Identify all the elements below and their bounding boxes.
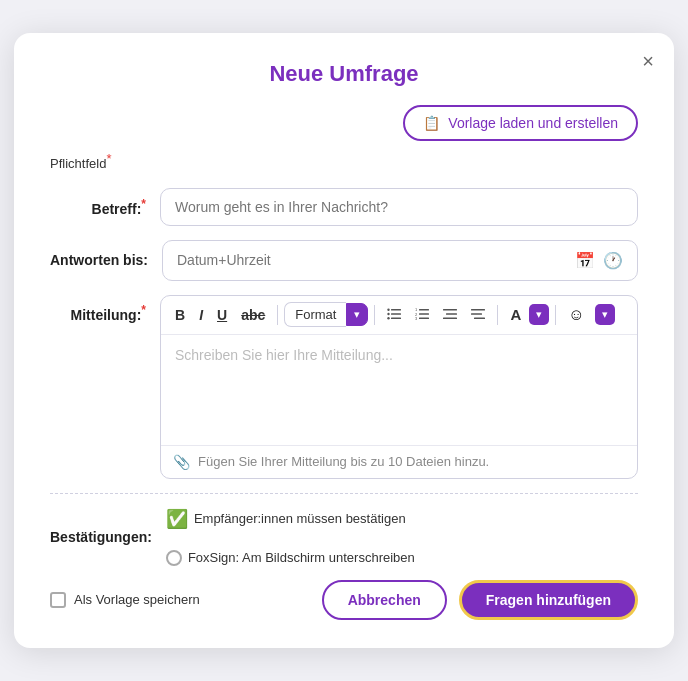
unordered-list-icon [387,308,401,320]
date-input-wrapper: 📅 🕐 [162,240,638,281]
font-color-group: A ▾ [504,302,549,327]
footer-buttons: Abbrechen Fragen hinzufügen [322,580,638,620]
svg-rect-13 [446,313,457,315]
emoji-button[interactable]: ☺ [562,302,590,328]
section-divider [50,493,638,494]
svg-rect-17 [474,318,485,320]
svg-rect-6 [419,309,429,311]
format-dropdown-button[interactable]: ▾ [346,303,368,326]
calendar-icon[interactable]: 📅 [575,251,595,270]
template-icon: 📋 [423,115,440,131]
format-label-button[interactable]: Format [284,302,346,327]
format-group: Format ▾ [284,302,368,327]
ordered-list-icon: 1 2 3 [415,308,429,320]
save-template-row[interactable]: Als Vorlage speichern [50,592,200,608]
confirm-option-1-label: Empfänger:innen müssen bestätigen [194,511,406,526]
dialog-title: Neue Umfrage [50,61,638,87]
italic-button[interactable]: I [193,304,209,326]
font-color-chevron-icon: ▾ [536,308,542,320]
confirm-options: ✅ Empfänger:innen müssen bestätigen FoxS… [166,508,638,566]
confirm-option-2[interactable]: FoxSign: Am Bildschirm unterschreiben [166,550,415,566]
svg-text:3: 3 [415,316,418,321]
svg-point-3 [388,309,390,311]
radio-circle [166,550,182,566]
svg-rect-14 [443,318,457,320]
editor-body[interactable]: Schreiben Sie hier Ihre Mitteilung... [161,335,637,445]
betreff-row: Betreff:* [50,188,638,226]
clock-icon[interactable]: 🕐 [603,251,623,270]
antworten-label: Antworten bis: [50,252,162,268]
svg-rect-12 [443,309,457,311]
template-button-label: Vorlage laden und erstellen [448,115,618,131]
save-template-label: Als Vorlage speichern [74,592,200,607]
editor-footer: 📎 Fügen Sie Ihrer Mitteilung bis zu 10 D… [161,445,637,478]
indent-out-button[interactable] [465,302,491,327]
pflicht-label: Pflichtfeld* [50,151,638,171]
antworten-row: Antworten bis: 📅 🕐 [50,240,638,281]
toolbar-divider-3 [497,305,498,325]
betreff-input[interactable] [160,188,638,226]
dialog: Neue Umfrage × 📋 Vorlage laden und erste… [14,33,674,647]
confirm-option-1[interactable]: ✅ Empfänger:innen müssen bestätigen [166,508,406,530]
font-color-dropdown-button[interactable]: ▾ [529,304,549,325]
more-dropdown-button[interactable]: ▾ [595,304,615,325]
footer-row: Als Vorlage speichern Abbrechen Fragen h… [50,580,638,620]
confirmations-label: Bestätigungen: [50,529,166,545]
svg-rect-1 [391,313,401,315]
date-icons: 📅 🕐 [575,251,623,270]
svg-point-5 [388,317,390,319]
editor-toolbar: B I U abc Format ▾ [161,296,637,335]
confirmations-row: Bestätigungen: ✅ Empfänger:innen müssen … [50,508,638,566]
svg-rect-8 [419,318,429,320]
date-input[interactable] [177,252,575,268]
betreff-label: Betreff:* [50,197,160,217]
strikethrough-button[interactable]: abc [235,304,271,326]
svg-rect-2 [391,318,401,320]
attachment-icon: 📎 [173,454,190,470]
toolbar-divider-4 [555,305,556,325]
ordered-list-button[interactable]: 1 2 3 [409,302,435,327]
underline-button[interactable]: U [211,304,233,326]
more-chevron-icon: ▾ [602,308,608,320]
attach-text: Fügen Sie Ihrer Mitteilung bis zu 10 Dat… [198,454,489,469]
toolbar-divider-1 [277,305,278,325]
svg-rect-7 [419,313,429,315]
close-button[interactable]: × [642,51,654,71]
mitteilung-label: Mitteilung:* [50,295,160,323]
mitteilung-row: Mitteilung:* B I U abc Format ▾ [50,295,638,479]
save-template-checkbox[interactable] [50,592,66,608]
bold-button[interactable]: B [169,304,191,326]
cancel-button[interactable]: Abbrechen [322,580,447,620]
editor-wrapper: B I U abc Format ▾ [160,295,638,479]
indent-in-button[interactable] [437,302,463,327]
check-icon: ✅ [166,508,188,530]
svg-rect-15 [471,309,485,311]
submit-button[interactable]: Fragen hinzufügen [459,580,638,620]
svg-point-4 [388,313,390,315]
indent-in-icon [443,308,457,320]
font-color-button[interactable]: A [504,302,527,327]
confirm-option-2-label: FoxSign: Am Bildschirm unterschreiben [188,550,415,565]
unordered-list-button[interactable] [381,302,407,327]
chevron-down-icon: ▾ [354,308,360,320]
editor-placeholder: Schreiben Sie hier Ihre Mitteilung... [175,347,393,363]
toolbar-divider-2 [374,305,375,325]
svg-rect-0 [391,309,401,311]
indent-out-icon [471,308,485,320]
template-button[interactable]: 📋 Vorlage laden und erstellen [403,105,638,141]
svg-rect-16 [471,313,482,315]
